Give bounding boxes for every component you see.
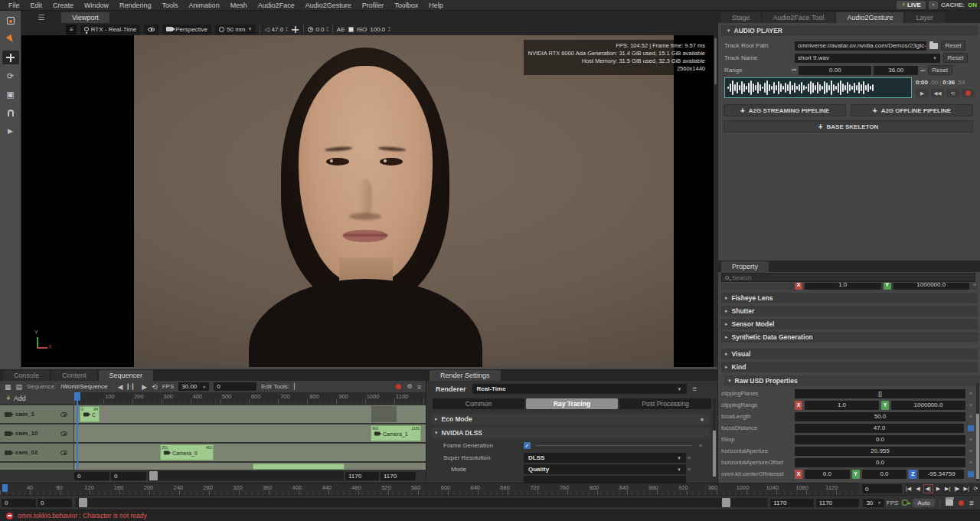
tab-layer[interactable]: Layer (905, 12, 944, 23)
fov-value[interactable]: 47.0 (272, 26, 284, 33)
expand-icon[interactable]: » (968, 459, 974, 466)
menu-animation[interactable]: Animation (184, 2, 225, 9)
tab-audio2face-tool[interactable]: Audio2Face Tool (763, 12, 835, 23)
timeline-range-start[interactable]: 0 (2, 499, 36, 507)
expand-icon[interactable]: » (968, 436, 974, 443)
timeline-menu-icon[interactable]: ≡ (969, 499, 974, 507)
edit-tool-icon[interactable]: ▏ (294, 383, 299, 390)
a2g-offline-pipeline-button[interactable]: + A2G OFFLINE PIPELINE (851, 104, 973, 116)
tab-render-settings[interactable]: Render Settings (430, 370, 501, 381)
skip-start-icon[interactable]: ⏮ (792, 67, 796, 74)
sequence-path[interactable]: /World/Sequence (60, 383, 107, 390)
render-tab-ray-tracing[interactable]: Ray Tracing (526, 398, 618, 409)
timeline-range-total[interactable]: 1170 (816, 499, 860, 507)
timeline-scroll-handle-right[interactable] (722, 498, 730, 507)
clapper-icon[interactable]: ▤ (16, 383, 23, 391)
value-field[interactable]: 1000000.0 (893, 283, 970, 290)
expand-icon[interactable]: » (968, 401, 974, 408)
value-field[interactable]: 1.0 (805, 283, 881, 290)
muted-clip[interactable] (371, 406, 397, 422)
iso-stepper[interactable]: ▴▾ (388, 26, 390, 32)
tab-property[interactable]: Property (721, 261, 769, 272)
value-field[interactable]: 0.0 (795, 435, 965, 444)
timeline-fps-select[interactable]: 30 ▼ (863, 499, 884, 507)
viewport-settings-button[interactable]: ≡ (66, 25, 77, 34)
auto-button[interactable]: Auto (913, 499, 934, 507)
value-field[interactable]: 0.0 (795, 458, 965, 467)
visibility-button[interactable] (144, 25, 158, 34)
expand-icon[interactable]: » (686, 466, 692, 473)
value-field[interactable]: 0.0 (862, 470, 907, 479)
section-fisheye-lens[interactable]: ▸Fisheye Lens (721, 293, 978, 303)
renderer-select[interactable]: Real-Time ▼ (472, 384, 687, 394)
sequencer-ruler[interactable]: 10020030040050060070080090010001100 (74, 392, 426, 404)
live-dropdown[interactable]: ▾ (929, 1, 938, 9)
timeline-range-current[interactable]: 0 (38, 499, 72, 507)
visibility-eye-icon[interactable] (60, 431, 67, 436)
live-button[interactable]: ⚡ LIVE (897, 1, 925, 9)
value-field[interactable]: -95.34759 (919, 470, 964, 479)
seq-play-button[interactable]: ▶ (142, 383, 147, 391)
menu-file[interactable]: File (3, 2, 25, 9)
timeline-scroll-handle-left[interactable] (79, 498, 87, 507)
seq-scrollbar[interactable] (148, 471, 344, 480)
step-back-button[interactable]: ◀| (923, 484, 933, 493)
menu-edit[interactable]: Edit (25, 2, 48, 9)
play-button[interactable]: ▶ (2, 124, 19, 138)
menu-audio2face[interactable]: Audio2Face (253, 2, 300, 9)
seq-range-current[interactable]: 0 (111, 472, 146, 480)
reset-range-button[interactable]: Reset (928, 65, 952, 75)
seq-range-end[interactable]: 1170 (345, 472, 379, 480)
cache-state[interactable]: ON (968, 2, 977, 8)
track-lane[interactable]: 291Camera_0463 (74, 444, 426, 461)
camera-list-icon[interactable]: ▦ (5, 383, 11, 391)
audio-play-button[interactable]: ▶ (916, 89, 929, 97)
select-mode-button[interactable] (2, 14, 19, 28)
play-button[interactable]: ▶ (934, 484, 942, 493)
expand-icon[interactable]: » (968, 413, 974, 420)
raw-usd-properties-header[interactable]: ▾ Raw USD Properties (724, 375, 980, 386)
dlss-section-header[interactable]: ▾ NVIDIA DLSS (431, 428, 710, 438)
exposure-stepper[interactable]: ▴▾ (327, 26, 328, 32)
seq-pause-button[interactable]: ▎▎ (127, 384, 137, 390)
track-root-path-field[interactable]: omniverse://avatar.ov.nvidia.com/Demos/2… (795, 41, 926, 51)
audio-record-button[interactable] (962, 89, 975, 97)
capture-icon[interactable] (946, 500, 954, 506)
track-header[interactable]: cam_10 (0, 424, 74, 442)
tab-console[interactable]: Console (3, 370, 50, 381)
goto-start-button[interactable]: |◀ (904, 484, 913, 493)
value-field[interactable]: 1000000.0 (891, 401, 965, 410)
expand-icon[interactable]: » (697, 442, 704, 449)
value-field[interactable]: 50.0 (795, 412, 965, 421)
tab-content[interactable]: Content (51, 370, 97, 381)
menu-toolbox[interactable]: Toolbox (389, 2, 423, 9)
property-scrollbar[interactable] (976, 383, 979, 481)
ae-checkbox[interactable] (348, 27, 354, 32)
fov-stepper[interactable]: ▴▾ (286, 26, 287, 32)
timeline-scrollbar[interactable] (75, 498, 768, 507)
iso-value[interactable]: 100.0 (370, 26, 385, 33)
timeline-playhead[interactable] (2, 484, 8, 492)
camera-selector[interactable]: Perspective (162, 25, 211, 34)
menu-mesh[interactable]: Mesh (225, 2, 253, 9)
dlss-mode-select[interactable]: Quality ▼ (524, 464, 686, 474)
a2g-streaming-pipeline-button[interactable]: + A2G STREAMING PIPELINE (724, 104, 846, 116)
menu-profiler[interactable]: Profiler (357, 2, 390, 9)
value-field[interactable]: [] (795, 389, 965, 398)
timeline-range-end[interactable]: 1170 (770, 499, 814, 507)
prev-key-button[interactable]: ◀ (913, 484, 922, 493)
seq-range-start[interactable]: 0 (74, 472, 109, 480)
menu-help[interactable]: Help (423, 2, 449, 9)
viewport-canvas[interactable]: FPS: 104.52 | Frame time: 9.57 ms NVIDIA… (21, 35, 717, 367)
scale-tool-button[interactable]: ▣ (2, 87, 19, 101)
cursor-tool-button[interactable] (2, 32, 19, 46)
audio-waveform[interactable] (724, 77, 912, 98)
section-synthetic-data-generation[interactable]: ▸Synthetic Data Generation (721, 332, 978, 342)
renderer-menu-icon[interactable]: ≡ (693, 385, 697, 393)
menu-tools[interactable]: Tools (157, 2, 184, 9)
visibility-eye-icon[interactable] (60, 451, 67, 455)
audio-player-header[interactable]: ▾ AUDIO PLAYER (721, 25, 978, 36)
viewport-menu-icon[interactable]: ☰ (21, 11, 61, 23)
render-tab-post-processing[interactable]: Post Processing (619, 398, 711, 409)
seq-record-icon[interactable] (396, 384, 401, 389)
